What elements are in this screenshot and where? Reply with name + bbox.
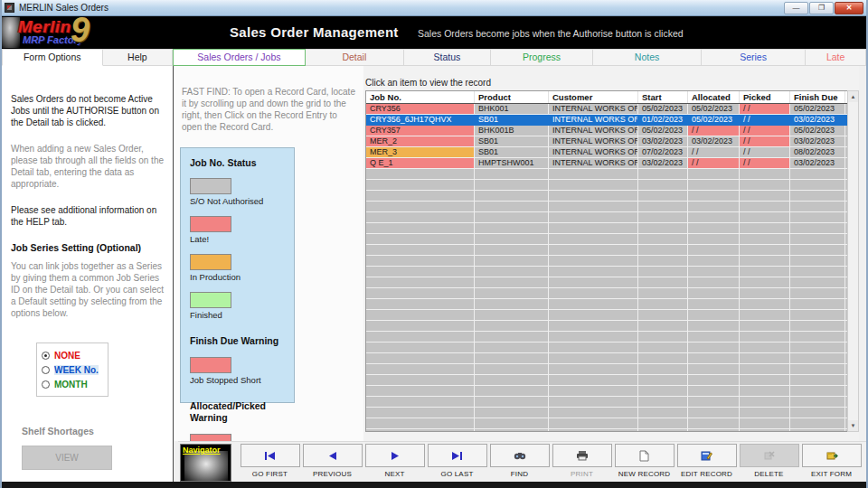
table-row-empty[interactable]: [366, 288, 850, 299]
grid-cell[interactable]: [688, 408, 740, 418]
grid-cell[interactable]: 07/02/2023: [638, 147, 688, 158]
minimize-button[interactable]: —: [784, 2, 808, 14]
grid-cell[interactable]: [790, 299, 845, 310]
grid-cell[interactable]: INTERNAL WORKS ORDER: [549, 158, 638, 169]
grid-cell[interactable]: [638, 256, 688, 267]
table-row-empty[interactable]: [366, 267, 850, 277]
grid-cell[interactable]: [638, 245, 688, 256]
grid-cell[interactable]: [366, 408, 475, 418]
table-row[interactable]: CRY356BHK001INTERNAL WORKS ORDER05/02/20…: [366, 104, 850, 115]
table-row-empty[interactable]: [366, 310, 850, 321]
grid-cell[interactable]: [549, 212, 638, 223]
series-option-none[interactable]: NONE: [42, 348, 103, 362]
grid-cell[interactable]: [740, 234, 790, 245]
grid-cell[interactable]: [740, 202, 790, 212]
tab-notes[interactable]: Notes: [593, 49, 702, 66]
grid-cell[interactable]: [366, 202, 475, 212]
table-row-empty[interactable]: [366, 364, 850, 375]
new-record-icon[interactable]: [615, 444, 675, 467]
grid-cell[interactable]: [366, 245, 475, 256]
grid-cell[interactable]: [740, 180, 790, 191]
go-last-icon[interactable]: [428, 444, 487, 467]
table-row-empty[interactable]: [366, 418, 850, 429]
grid-cell[interactable]: [549, 191, 638, 202]
grid-cell[interactable]: [688, 321, 740, 332]
grid-cell[interactable]: [475, 223, 549, 234]
grid-cell[interactable]: [688, 245, 740, 256]
grid-cell[interactable]: 05/02/2023: [638, 104, 688, 115]
grid-cell[interactable]: [549, 223, 638, 234]
table-row[interactable]: MER_3SB01INTERNAL WORKS ORDER07/02/2023/…: [366, 147, 850, 158]
grid-cell[interactable]: SB01: [475, 147, 549, 158]
grid-cell[interactable]: INTERNAL WORKS ORDER: [549, 147, 638, 158]
grid-cell[interactable]: [688, 277, 740, 288]
grid-cell[interactable]: [688, 169, 740, 180]
go-first-button[interactable]: GO FIRST: [239, 444, 301, 478]
grid-cell[interactable]: [638, 418, 688, 429]
grid-cell[interactable]: [475, 353, 549, 364]
grid-cell[interactable]: [688, 191, 740, 202]
grid-cell[interactable]: [549, 375, 638, 386]
grid-cell[interactable]: [688, 429, 740, 432]
grid-cell[interactable]: [549, 408, 638, 418]
exit-form-icon[interactable]: [802, 444, 862, 467]
grid-cell[interactable]: [740, 332, 790, 343]
table-row-empty[interactable]: [366, 332, 850, 343]
grid-cell[interactable]: [638, 267, 688, 277]
grid-cell[interactable]: INTERNAL WORKS ORDER: [549, 136, 638, 147]
grid-cell[interactable]: [475, 180, 549, 191]
grid-cell[interactable]: [790, 169, 845, 180]
grid-cell[interactable]: [638, 375, 688, 386]
grid-cell[interactable]: [475, 202, 549, 212]
grid-cell[interactable]: INTERNAL WORKS ORDER: [549, 115, 638, 126]
table-row-empty[interactable]: [366, 397, 850, 408]
grid-cell[interactable]: [549, 267, 638, 277]
grid-cell[interactable]: [366, 386, 475, 397]
grid-cell[interactable]: [790, 180, 845, 191]
grid-cell[interactable]: / /: [688, 126, 740, 136]
grid-cell[interactable]: MER_2: [366, 136, 475, 147]
grid-cell[interactable]: SB01: [475, 115, 549, 126]
table-row-empty[interactable]: [366, 321, 850, 332]
grid-cell[interactable]: CRY356: [366, 104, 475, 115]
grid-cell[interactable]: [740, 267, 790, 277]
grid-cell[interactable]: [790, 310, 845, 321]
grid-cell[interactable]: [549, 364, 638, 375]
grid-cell[interactable]: [638, 429, 688, 432]
grid-cell[interactable]: [475, 191, 549, 202]
grid-cell[interactable]: [790, 212, 845, 223]
grid-cell[interactable]: [638, 364, 688, 375]
table-row-empty[interactable]: [366, 386, 850, 397]
table-row-empty[interactable]: [366, 375, 850, 386]
grid-cell[interactable]: [790, 223, 845, 234]
grid-cell[interactable]: [549, 202, 638, 212]
grid-cell[interactable]: [740, 310, 790, 321]
table-row[interactable]: CRY356_6JH17QHVXSB01INTERNAL WORKS ORDER…: [366, 115, 850, 126]
grid-cell[interactable]: [638, 310, 688, 321]
grid-cell[interactable]: [366, 191, 475, 202]
grid-cell[interactable]: [475, 267, 549, 277]
grid-cell[interactable]: [638, 277, 688, 288]
grid-cell[interactable]: [549, 332, 638, 343]
grid-cell[interactable]: [549, 277, 638, 288]
grid-cell[interactable]: / /: [740, 136, 790, 147]
grid-cell[interactable]: [740, 288, 790, 299]
grid-cell[interactable]: [549, 180, 638, 191]
grid-cell[interactable]: [790, 364, 845, 375]
new-record-button[interactable]: NEW RECORD: [613, 444, 675, 478]
grid-cell[interactable]: CRY356_6JH17QHVX: [366, 115, 475, 126]
grid-cell[interactable]: / /: [740, 147, 790, 158]
grid-cell[interactable]: [549, 234, 638, 245]
table-row[interactable]: MER_2SB01INTERNAL WORKS ORDER03/02/20230…: [366, 136, 850, 147]
series-option-week-no[interactable]: WEEK No.: [42, 362, 103, 377]
grid-cell[interactable]: [549, 386, 638, 397]
grid-cell[interactable]: [740, 212, 790, 223]
grid-cell[interactable]: [549, 310, 638, 321]
grid-cell[interactable]: [688, 202, 740, 212]
grid-cell[interactable]: [688, 418, 740, 429]
table-row-empty[interactable]: [366, 343, 850, 353]
grid-cell[interactable]: [366, 429, 475, 432]
grid-cell[interactable]: [790, 191, 845, 202]
grid-cell[interactable]: [549, 288, 638, 299]
table-row-empty[interactable]: [366, 299, 850, 310]
